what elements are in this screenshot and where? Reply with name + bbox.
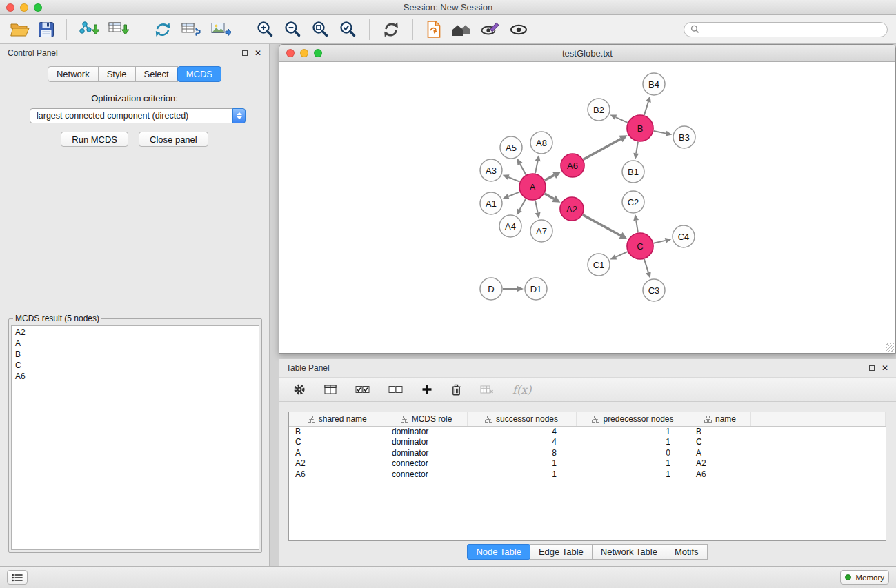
float-panel-icon[interactable] xyxy=(869,365,875,371)
zoom-window-button[interactable] xyxy=(34,3,42,12)
close-panel-icon[interactable]: ✕ xyxy=(255,49,261,57)
edge-A-A3[interactable] xyxy=(508,177,519,182)
zoom-in-button[interactable] xyxy=(252,19,277,41)
tab-motifs[interactable]: Motifs xyxy=(666,544,708,560)
close-window-button[interactable] xyxy=(286,49,295,57)
open-folder-button[interactable] xyxy=(7,19,32,39)
edge-A-A6[interactable] xyxy=(545,175,555,180)
edge-A-A8[interactable] xyxy=(535,161,538,173)
mcds-result-list[interactable]: A2ABCA6 xyxy=(11,325,259,550)
node-table[interactable]: shared name MCDS role successor nodes pr… xyxy=(288,412,886,541)
table-cell[interactable]: C xyxy=(289,437,386,448)
edge-A-A1[interactable] xyxy=(508,192,519,196)
table-cell[interactable]: connector xyxy=(386,469,467,480)
table-cell[interactable]: 1 xyxy=(467,458,576,469)
edge-A2-C[interactable] xyxy=(583,215,621,236)
zoom-window-button[interactable] xyxy=(314,49,322,57)
table-cell[interactable]: 1 xyxy=(576,426,690,437)
minimize-window-button[interactable] xyxy=(20,3,28,12)
edit-view-button[interactable] xyxy=(477,20,504,39)
edge-A-A5[interactable] xyxy=(520,164,526,175)
edge-C-C4[interactable] xyxy=(654,241,666,243)
table-cell[interactable]: A xyxy=(289,447,386,458)
tab-node-table[interactable]: Node Table xyxy=(467,544,530,560)
refresh-button[interactable] xyxy=(379,19,404,41)
function-builder-button-disabled[interactable]: f(x) xyxy=(512,383,532,397)
edge-A-A2[interactable] xyxy=(544,194,553,199)
edge-B-B3[interactable] xyxy=(654,131,666,134)
run-mcds-button[interactable]: Run MCDS xyxy=(61,132,128,147)
table-cell[interactable]: A6 xyxy=(289,469,386,480)
show-columns-button[interactable] xyxy=(323,383,337,396)
table-cell[interactable]: A2 xyxy=(289,458,386,469)
zoom-selected-button[interactable] xyxy=(335,19,360,41)
resize-grip[interactable] xyxy=(886,343,894,352)
edge-C-C1[interactable] xyxy=(616,252,628,257)
optimization-criterion-select[interactable]: largest connected component (directed) xyxy=(30,108,246,123)
edge-B-B4[interactable] xyxy=(644,102,648,115)
add-column-button[interactable] xyxy=(421,383,433,396)
table-cell[interactable]: C xyxy=(690,437,750,448)
table-row[interactable]: A6connector11A6 xyxy=(289,469,886,480)
table-cell[interactable]: dominator xyxy=(386,447,467,458)
tab-select[interactable]: Select xyxy=(135,66,178,82)
table-cell[interactable]: A2 xyxy=(690,458,750,469)
column-header-successor-nodes[interactable]: successor nodes xyxy=(467,412,576,426)
table-cell[interactable]: A xyxy=(690,447,750,458)
table-row[interactable]: Adominator80A xyxy=(289,447,886,458)
home-view-button[interactable] xyxy=(448,20,475,39)
column-header-shared-name[interactable]: shared name xyxy=(289,412,386,426)
import-network-button[interactable] xyxy=(76,19,102,40)
clone-network-button[interactable] xyxy=(150,19,175,40)
table-settings-button[interactable] xyxy=(292,383,306,396)
search-input[interactable] xyxy=(703,25,881,34)
tab-network[interactable]: Network xyxy=(48,66,99,82)
zoom-fit-button[interactable] xyxy=(308,19,332,41)
float-panel-icon[interactable] xyxy=(242,50,248,56)
delete-column-button[interactable] xyxy=(450,383,462,396)
table-cell[interactable]: 1 xyxy=(576,469,690,480)
minimize-window-button[interactable] xyxy=(300,49,308,57)
delete-table-button-disabled[interactable] xyxy=(479,384,495,396)
edge-C-C3[interactable] xyxy=(644,259,648,272)
select-all-button[interactable] xyxy=(355,384,370,395)
table-cell[interactable]: 4 xyxy=(467,426,576,437)
close-panel-button[interactable]: Close panel xyxy=(139,132,208,147)
tab-edge-table[interactable]: Edge Table xyxy=(530,544,593,560)
network-window-titlebar[interactable]: testGlobe.txt xyxy=(279,45,895,62)
edge-B-B1[interactable] xyxy=(636,142,638,154)
table-row[interactable]: Bdominator41B xyxy=(289,426,886,437)
column-header-predecessor-nodes[interactable]: predecessor nodes xyxy=(576,412,690,426)
table-row[interactable]: Cdominator41C xyxy=(289,437,886,448)
table-cell[interactable]: 8 xyxy=(467,447,576,458)
table-cell[interactable]: 1 xyxy=(467,469,576,480)
search-box[interactable] xyxy=(684,22,888,37)
table-cell[interactable]: 1 xyxy=(576,437,690,448)
table-cell[interactable]: connector xyxy=(386,458,467,469)
deselect-all-button[interactable] xyxy=(388,384,404,395)
session-document-button[interactable] xyxy=(422,19,446,40)
table-row[interactable]: A2connector11A2 xyxy=(289,458,886,469)
tab-mcds[interactable]: MCDS xyxy=(177,66,221,82)
table-cell[interactable]: 4 xyxy=(467,437,576,448)
table-cell[interactable]: 1 xyxy=(576,458,690,469)
table-cell[interactable]: dominator xyxy=(386,437,467,448)
tab-network-table[interactable]: Network Table xyxy=(592,544,666,560)
show-view-button[interactable] xyxy=(506,21,531,39)
export-table-button[interactable] xyxy=(178,19,205,40)
zoom-out-button[interactable] xyxy=(280,19,305,41)
import-table-button[interactable] xyxy=(105,19,132,40)
edge-C-C2[interactable] xyxy=(636,221,638,233)
close-panel-icon[interactable]: ✕ xyxy=(882,364,888,372)
column-header-name[interactable]: name xyxy=(690,412,750,426)
memory-button[interactable]: Memory xyxy=(840,570,889,585)
task-history-button[interactable] xyxy=(7,570,28,585)
tab-style[interactable]: Style xyxy=(98,66,136,82)
table-cell[interactable]: 0 xyxy=(576,447,690,458)
table-cell[interactable]: dominator xyxy=(386,426,467,437)
close-window-button[interactable] xyxy=(6,3,14,12)
edge-A-A7[interactable] xyxy=(535,201,538,213)
edge-A-A4[interactable] xyxy=(519,199,526,210)
table-cell[interactable]: B xyxy=(289,426,386,437)
export-image-button[interactable] xyxy=(208,19,234,40)
